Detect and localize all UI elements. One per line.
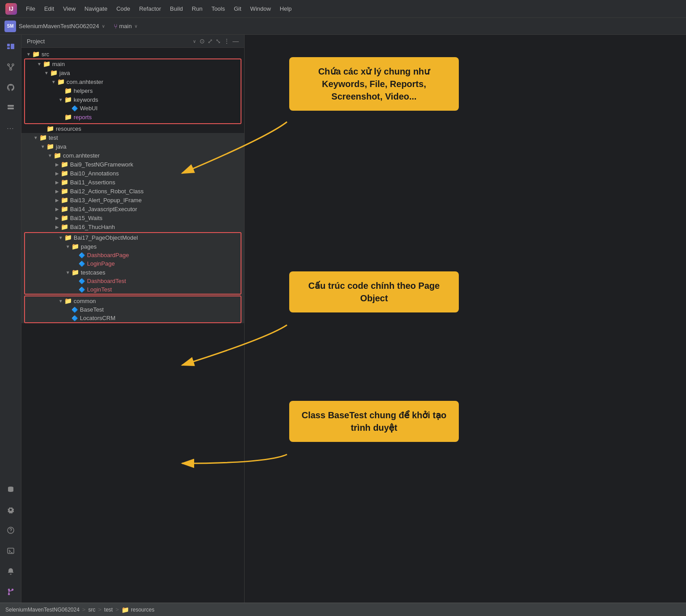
tree-item-java2[interactable]: ▼ 📁 java — [21, 142, 244, 151]
project-name[interactable]: SeleniumMavenTestNG062024 — [19, 23, 99, 29]
sidebar-icon-settings[interactable] — [4, 503, 18, 517]
menu-view[interactable]: View — [59, 4, 79, 14]
menu-edit[interactable]: Edit — [41, 4, 58, 14]
tree-label-bai10: Bai10_Annotations — [70, 170, 119, 177]
folder-com1-icon: 📁 — [57, 78, 65, 85]
panel-settings-icon[interactable]: ⊙ — [200, 37, 205, 45]
sidebar-icon-terminal[interactable] — [4, 544, 18, 558]
folder-bai14-icon: 📁 — [61, 205, 68, 212]
tree-item-webui[interactable]: ▶ 🔷 WebUI — [25, 104, 241, 112]
arrow-bai17: ▼ — [57, 235, 64, 240]
tree-item-testcases[interactable]: ▼ 📁 testcases — [25, 268, 241, 277]
class-dashboard-test-icon: 🔷 — [79, 278, 85, 284]
panel-collapse-icon[interactable]: ⤡ — [216, 37, 221, 45]
folder-bai12-icon: 📁 — [61, 187, 68, 195]
tree-label-bai11: Bai11_Assertions — [70, 179, 115, 186]
menu-window[interactable]: Window — [247, 4, 274, 14]
tree-item-login-test[interactable]: ▶ 🔷 LoginTest — [25, 285, 241, 294]
tree-item-resources[interactable]: ▶ 📁 resources — [21, 124, 244, 133]
menu-refactor[interactable]: Refactor — [136, 4, 165, 14]
tree-label-com2: com.anhtester — [63, 152, 100, 159]
tree-item-test[interactable]: ▼ 📁 test — [21, 133, 244, 142]
branch-indicator[interactable]: ⑂ main ∨ — [114, 23, 137, 30]
arrow-main: ▼ — [36, 62, 43, 67]
sidebar-icon-github[interactable] — [4, 80, 18, 95]
tree-item-src[interactable]: ▼ 📁 src — [21, 50, 244, 58]
tree-item-bai11[interactable]: ▶ 📁 Bai11_Assertions — [21, 178, 244, 187]
menu-tools[interactable]: Tools — [208, 4, 229, 14]
status-project-name: SeleniumMavenTestNG062024 — [5, 607, 79, 613]
tree-label-resources: resources — [56, 125, 81, 132]
tree-label-reports: reports — [74, 114, 91, 121]
tree-label-locators: LocatorsCRM — [80, 315, 115, 321]
tree-label-bai16: Bai16_ThucHanh — [70, 224, 115, 230]
folder-test-icon: 📁 — [39, 134, 47, 141]
sidebar-icon-git2[interactable] — [4, 585, 18, 599]
arrow-bai16: ▶ — [54, 225, 61, 229]
branch-chevron[interactable]: ∨ — [134, 24, 137, 29]
status-folder-icon: 📁 resources — [121, 606, 154, 613]
tree-item-bai10[interactable]: ▶ 📁 Bai10_Annotations — [21, 169, 244, 178]
tree-item-bai16[interactable]: ▶ 📁 Bai16_ThucHanh — [21, 222, 244, 231]
tree-item-common[interactable]: ▼ 📁 common — [25, 296, 241, 305]
tree-item-bai13[interactable]: ▶ 📁 Bai13_Alert_Popup_IFrame — [21, 196, 244, 204]
tree-item-com1[interactable]: ▼ 📁 com.anhtester — [25, 77, 241, 86]
status-sep3: > — [116, 606, 119, 613]
project-chevron[interactable]: ∨ — [102, 24, 105, 29]
arrow-bai10: ▶ — [54, 171, 61, 176]
menu-build[interactable]: Build — [166, 4, 187, 14]
panel-minimize-icon[interactable]: — — [233, 37, 239, 45]
sidebar-icon-bookmarks[interactable] — [4, 101, 18, 115]
tree-item-main[interactable]: ▼ 📁 main — [25, 59, 241, 68]
menu-git[interactable]: Git — [230, 4, 245, 14]
class-webui-icon: 🔷 — [71, 105, 78, 112]
panel-header: Project ∨ ⊙ ⤢ ⤡ ⋮ — — [21, 35, 244, 48]
tree-item-java1[interactable]: ▼ 📁 java — [25, 68, 241, 77]
menu-run[interactable]: Run — [188, 4, 206, 14]
tree-label-keywords: keywords — [74, 96, 98, 103]
arrow-svg-2 — [245, 35, 686, 603]
tree-item-dashboard-test[interactable]: ▶ 🔷 DashboardTest — [25, 277, 241, 285]
status-project: SeleniumMavenTestNG062024 — [5, 607, 79, 613]
menu-code[interactable]: Code — [113, 4, 134, 14]
sidebar-icons: ··· — [0, 35, 21, 603]
tree-item-bai12[interactable]: ▶ 📁 Bai12_Actions_Robot_Class — [21, 187, 244, 196]
sidebar-icon-more[interactable]: ··· — [4, 121, 18, 136]
tree-item-bai14[interactable]: ▶ 📁 Bai14_JavascriptExecutor — [21, 204, 244, 213]
tree-item-dashboard-page[interactable]: ▶ 🔷 DashboardPage — [25, 251, 241, 259]
tree-label-webui: WebUI — [80, 105, 98, 112]
panel-expand-icon[interactable]: ⤢ — [208, 37, 213, 45]
branch-icon: ⑂ — [114, 23, 117, 30]
status-path1: src — [88, 607, 96, 613]
panel-title-chevron[interactable]: ∨ — [193, 39, 196, 44]
sidebar-icon-database[interactable] — [4, 482, 18, 496]
menu-help[interactable]: Help — [276, 4, 295, 14]
project-panel[interactable]: Project ∨ ⊙ ⤢ ⤡ ⋮ — ▼ 📁 src — [21, 35, 245, 603]
branch-name: main — [119, 23, 132, 29]
tree-item-locators[interactable]: ▶ 🔷 LocatorsCRM — [25, 314, 241, 322]
tree-label-bai14: Bai14_JavascriptExecutor — [70, 206, 137, 212]
panel-more-icon[interactable]: ⋮ — [224, 37, 230, 45]
folder-testcases-icon: 📁 — [71, 269, 79, 276]
tree-item-helpers[interactable]: ▶ 📁 helpers — [25, 86, 241, 95]
tree-label-testcases: testcases — [81, 269, 105, 276]
sidebar-icon-notifications[interactable] — [4, 564, 18, 579]
tree-item-bai9[interactable]: ▶ 📁 Bai9_TestNGFramework — [21, 160, 244, 169]
tree-item-pages[interactable]: ▼ 📁 pages — [25, 242, 241, 251]
svg-rect-8 — [8, 105, 14, 107]
svg-point-13 — [8, 589, 9, 591]
menu-file[interactable]: File — [22, 4, 39, 14]
status-sep2: > — [98, 606, 102, 613]
menu-navigate[interactable]: Navigate — [81, 4, 111, 14]
tree-item-basetest[interactable]: ▶ 🔷 BaseTest — [25, 305, 241, 314]
arrow-test: ▼ — [32, 135, 39, 140]
tree-item-login-page[interactable]: ▶ 🔷 LoginPage — [25, 259, 241, 268]
tree-item-bai15[interactable]: ▶ 📁 Bai15_Waits — [21, 213, 244, 222]
sidebar-icon-help[interactable] — [4, 523, 18, 537]
tree-item-keywords[interactable]: ▼ 📁 keywords — [25, 95, 241, 104]
tree-item-bai17[interactable]: ▼ 📁 Bai17_PageObjectModel — [25, 233, 241, 242]
sidebar-icon-project[interactable] — [4, 39, 18, 54]
tree-item-reports[interactable]: ▶ 📁 reports — [25, 112, 241, 121]
sidebar-icon-vcs[interactable] — [4, 60, 18, 74]
tree-item-com2[interactable]: ▼ 📁 com.anhtester — [21, 151, 244, 160]
